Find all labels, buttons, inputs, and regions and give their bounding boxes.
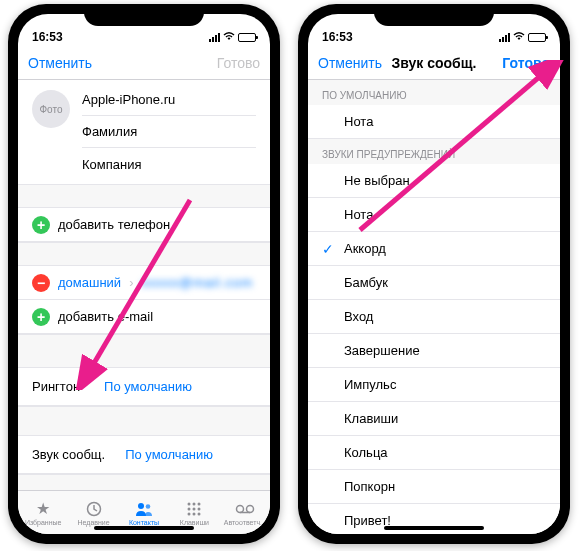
battery-icon (528, 33, 546, 42)
svg-point-1 (138, 503, 144, 509)
sound-name: Аккорд (344, 241, 546, 256)
tab-label: Автоответч... (224, 519, 266, 526)
add-email-label: добавить e-mail (58, 309, 153, 324)
ringtone-label: Рингтон (32, 379, 80, 394)
name-value: Apple-iPhone.ru (82, 92, 175, 107)
notch (374, 4, 494, 26)
sound-name: Кольца (344, 445, 546, 460)
company-field[interactable]: Компания (82, 148, 256, 180)
signal-icon (499, 33, 510, 42)
contacts-icon (134, 500, 154, 518)
sound-name: Нота (344, 207, 546, 222)
svg-point-9 (188, 512, 191, 515)
sound-name: Попкорн (344, 479, 546, 494)
battery-icon (238, 33, 256, 42)
keypad-icon (184, 500, 204, 518)
phone-right: 16:53 Отменить Звук сообщ. Готово ПО УМО (298, 4, 570, 544)
sound-name: Импульс (344, 377, 546, 392)
contact-header: Фото Apple-iPhone.ru Фамилия Компания (18, 80, 270, 184)
done-button[interactable]: Готово (190, 55, 260, 71)
svg-point-8 (198, 507, 201, 510)
wifi-icon (223, 30, 235, 44)
signal-icon (209, 33, 220, 42)
svg-point-7 (193, 507, 196, 510)
status-indicators (209, 30, 256, 44)
section-header-default: ПО УМОЛЧАНИЮ (308, 80, 560, 105)
screen-left: 16:53 Отменить Готово Фото (18, 14, 270, 534)
home-indicator (384, 526, 484, 530)
add-phone-label: добавить телефон (58, 217, 170, 232)
nav-title: Звук сообщ. (388, 55, 480, 71)
add-phone-row[interactable]: + добавить телефон (18, 208, 270, 242)
svg-point-3 (188, 502, 191, 505)
svg-point-10 (193, 512, 196, 515)
sound-name: Клавиши (344, 411, 546, 426)
clock-icon (84, 500, 104, 518)
sound-name: Завершение (344, 343, 546, 358)
name-field[interactable]: Apple-iPhone.ru (82, 84, 256, 116)
tab-label: Клавиши (180, 519, 209, 526)
ringtone-row[interactable]: Рингтон По умолчанию (18, 368, 270, 406)
plus-icon: + (32, 216, 50, 234)
status-indicators (499, 30, 546, 44)
section-header-alerts: ЗВУКИ ПРЕДУПРЕЖДЕНИЙ (308, 139, 560, 164)
sound-item[interactable]: Клавиши (308, 402, 560, 436)
cancel-button[interactable]: Отменить (28, 55, 98, 71)
text-tone-label: Звук сообщ. (32, 447, 105, 462)
surname-placeholder: Фамилия (82, 124, 137, 139)
status-time: 16:53 (322, 30, 353, 44)
company-placeholder: Компания (82, 157, 142, 172)
wifi-icon (513, 30, 525, 44)
svg-point-2 (146, 504, 151, 509)
screen-right: 16:53 Отменить Звук сообщ. Готово ПО УМО (308, 14, 560, 534)
sound-item[interactable]: Завершение (308, 334, 560, 368)
cancel-button[interactable]: Отменить (318, 55, 388, 71)
notch (84, 4, 204, 26)
surname-field[interactable]: Фамилия (82, 116, 256, 148)
email-value: xxxxx@mail.com (141, 275, 253, 290)
sound-item[interactable]: Вход (308, 300, 560, 334)
sound-name: Бамбук (344, 275, 546, 290)
sound-item-default[interactable]: Нота (308, 105, 560, 139)
tab-voicemail[interactable]: Автоответч... (220, 491, 270, 534)
home-indicator (94, 526, 194, 530)
sound-name: Не выбран (344, 173, 546, 188)
svg-point-11 (198, 512, 201, 515)
add-email-row[interactable]: + добавить e-mail (18, 300, 270, 334)
status-time: 16:53 (32, 30, 63, 44)
check-icon: ✓ (322, 241, 336, 257)
phone-left: 16:53 Отменить Готово Фото (8, 4, 280, 544)
tab-favorites[interactable]: ★ Избранные (18, 491, 68, 534)
sound-item[interactable]: Кольца (308, 436, 560, 470)
contact-edit-content: Фото Apple-iPhone.ru Фамилия Компания + … (18, 80, 270, 490)
sound-item[interactable]: Нота (308, 198, 560, 232)
text-tone-value: По умолчанию (125, 447, 213, 462)
sound-item[interactable]: Бамбук (308, 266, 560, 300)
email-type-label: домашний (58, 275, 121, 290)
minus-icon: − (32, 274, 50, 292)
ringtone-value: По умолчанию (104, 379, 192, 394)
sound-name: Вход (344, 309, 546, 324)
tab-label: Недавние (78, 519, 110, 526)
star-icon: ★ (33, 500, 53, 518)
add-photo-button[interactable]: Фото (32, 90, 70, 128)
nav-bar: Отменить Готово (18, 46, 270, 80)
svg-point-5 (198, 502, 201, 505)
plus-icon: + (32, 308, 50, 326)
text-tone-row[interactable]: Звук сообщ. По умолчанию (18, 436, 270, 474)
svg-point-13 (246, 505, 253, 512)
sound-item[interactable]: ✓Аккорд (308, 232, 560, 266)
voicemail-icon (235, 500, 255, 518)
email-row[interactable]: − домашний › xxxxx@mail.com (18, 266, 270, 300)
svg-point-4 (193, 502, 196, 505)
nav-bar: Отменить Звук сообщ. Готово (308, 46, 560, 80)
sound-item[interactable]: Не выбран (308, 164, 560, 198)
done-button[interactable]: Готово (480, 55, 550, 71)
tab-label: Контакты (129, 519, 159, 526)
sound-item[interactable]: Импульс (308, 368, 560, 402)
sound-list-content[interactable]: ПО УМОЛЧАНИЮ Нота ЗВУКИ ПРЕДУПРЕЖДЕНИЙ Н… (308, 80, 560, 534)
svg-point-12 (236, 505, 243, 512)
svg-point-6 (188, 507, 191, 510)
tab-label: Избранные (25, 519, 62, 526)
sound-item[interactable]: Попкорн (308, 470, 560, 504)
